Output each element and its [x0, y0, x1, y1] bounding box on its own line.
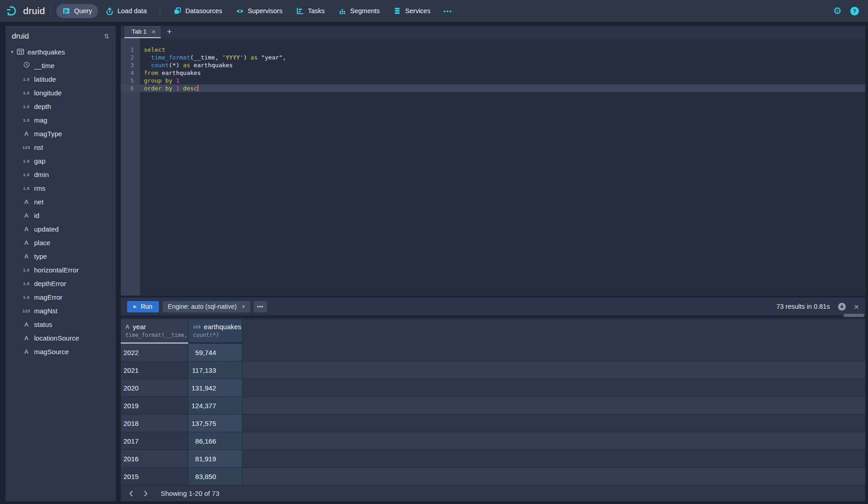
load-data-icon	[106, 7, 113, 15]
sidebar-column-magError[interactable]: 1.0magError	[5, 290, 116, 304]
tab-tab1[interactable]: Tab 1 ×	[124, 26, 161, 38]
sidebar-column-net[interactable]: Anet	[5, 195, 116, 208]
results-body: 202259,7442021117,1332020131,9422019124,…	[121, 344, 865, 485]
sidebar-column-locationSource[interactable]: AlocationSource	[5, 331, 116, 345]
play-icon: ▶	[133, 304, 137, 309]
row-filler	[242, 397, 865, 415]
pagination-label: Showing 1-20 of 73	[161, 489, 219, 497]
earthquakes-cell[interactable]: 137,575	[188, 415, 242, 432]
sidebar-column-gap[interactable]: 1.0gap	[5, 154, 116, 168]
sidebar-column-updated[interactable]: Aupdated	[5, 222, 116, 236]
code-line[interactable]: 6order by 1 desc	[121, 84, 865, 92]
float-type-icon-box: 1.0	[21, 295, 32, 300]
code-line[interactable]: 3 count(*) as earthquakes	[121, 61, 865, 69]
year-cell[interactable]: 2016	[121, 450, 188, 468]
sort-columns-icon[interactable]: ⇅	[104, 33, 109, 40]
year-cell[interactable]: 2015	[121, 468, 188, 485]
sidebar-column-id[interactable]: Aid	[5, 208, 116, 222]
nav-item-load-data[interactable]: Load data	[100, 4, 153, 18]
nav-item-datasources[interactable]: Datasources	[168, 4, 228, 18]
query-more-button[interactable]: •••	[254, 301, 267, 312]
help-icon[interactable]: ?	[850, 7, 859, 15]
column-header-name: Ayear	[125, 323, 183, 331]
next-page-button[interactable]	[140, 488, 152, 499]
nav-item-more[interactable]: •••	[438, 4, 458, 18]
float-type-icon: 1.0	[23, 295, 30, 300]
nav-item-supervisors[interactable]: Supervisors	[230, 4, 289, 18]
nav-item-label: Load data	[118, 7, 147, 15]
earthquakes-cell[interactable]: 83,850	[188, 468, 242, 485]
column-formula: time_format(__time, …	[125, 332, 183, 338]
nav-item-segments[interactable]: Segments	[332, 4, 385, 18]
sidebar-column-status[interactable]: Astatus	[5, 317, 116, 331]
tasks-icon	[296, 7, 304, 15]
sidebar-title: druid	[12, 32, 29, 41]
sidebar-column-horizontalError[interactable]: 1.0horizontalError	[5, 263, 116, 277]
nav-item-query[interactable]: Query	[56, 4, 98, 18]
year-cell[interactable]: 2021	[121, 361, 188, 379]
new-tab-button[interactable]: +	[161, 26, 178, 38]
sidebar-column-magSource[interactable]: AmagSource	[5, 345, 116, 358]
year-cell[interactable]: 2022	[121, 344, 188, 361]
prev-page-button[interactable]	[125, 488, 137, 499]
sidebar-column-type[interactable]: Atype	[5, 249, 116, 263]
long-type-icon: 123	[22, 308, 30, 313]
code-text: time_format(__time, 'YYYY') as "year",	[140, 54, 286, 61]
horizontal-scrollbar[interactable]	[843, 314, 864, 317]
earthquakes-cell[interactable]: 117,133	[188, 361, 242, 379]
sidebar-column-rms[interactable]: 1.0rms	[5, 181, 116, 195]
header-filler	[242, 319, 865, 344]
code-text: count(*) as earthquakes	[140, 61, 233, 69]
download-results-icon[interactable]	[838, 302, 846, 311]
nav-item-services[interactable]: Services	[388, 4, 437, 18]
sql-editor[interactable]: 1select2 time_format(__time, 'YYYY') as …	[121, 38, 865, 296]
close-tab-icon[interactable]: ×	[152, 28, 156, 35]
close-results-icon[interactable]: ×	[854, 302, 859, 311]
sidebar-column-depthError[interactable]: 1.0depthError	[5, 277, 116, 290]
column-name: magSource	[34, 348, 69, 356]
code-line[interactable]: 4from earthquakes	[121, 69, 865, 77]
earthquakes-cell[interactable]: 59,744	[188, 344, 242, 361]
earthquakes-cell[interactable]: 124,377	[188, 397, 242, 415]
sidebar-column-magNst[interactable]: 123magNst	[5, 304, 116, 317]
sidebar-column-magType[interactable]: AmagType	[5, 127, 116, 140]
sidebar-column-__time[interactable]: __time	[5, 59, 116, 72]
column-name: depth	[34, 103, 51, 110]
sidebar-column-mag[interactable]: 1.0mag	[5, 113, 116, 127]
druid-logo-icon	[6, 5, 19, 16]
column-name: locationSource	[34, 334, 79, 342]
year-cell[interactable]: 2020	[121, 379, 188, 397]
float-type-icon-box: 1.0	[21, 267, 32, 272]
column-header-earthquakes[interactable]: 123earthquakescount(*)	[188, 319, 242, 344]
year-cell[interactable]: 2019	[121, 397, 188, 415]
sidebar-item-earthquakes[interactable]: ▾earthquakes	[5, 45, 116, 59]
float-type-icon-box: 1.0	[21, 77, 32, 82]
sidebar-column-dmin[interactable]: 1.0dmin	[5, 168, 116, 181]
settings-gear-icon[interactable]: ⚙	[833, 6, 842, 16]
year-cell[interactable]: 2018	[121, 415, 188, 432]
year-cell[interactable]: 2017	[121, 432, 188, 450]
earthquakes-cell[interactable]: 81,919	[188, 450, 242, 468]
string-type-icon: A	[24, 239, 29, 246]
engine-select[interactable]: Engine: auto (sql-native) ▾	[163, 301, 250, 312]
more-icon: •••	[444, 7, 452, 15]
string-type-icon: A	[24, 321, 29, 328]
druid-logo[interactable]: druid	[6, 5, 45, 16]
sidebar-column-depth[interactable]: 1.0depth	[5, 99, 116, 113]
earthquakes-cell[interactable]: 131,942	[188, 379, 242, 397]
sidebar-column-nst[interactable]: 123nst	[5, 140, 116, 154]
run-button[interactable]: ▶ Run	[127, 301, 159, 312]
code-line[interactable]: 2 time_format(__time, 'YYYY') as "year",	[121, 54, 865, 61]
earthquakes-cell[interactable]: 86,166	[188, 432, 242, 450]
nav-item-tasks[interactable]: Tasks	[290, 4, 330, 18]
column-name: longitude	[34, 89, 62, 97]
float-type-icon: 1.0	[23, 267, 30, 272]
sidebar-column-latitude[interactable]: 1.0latitude	[5, 72, 116, 86]
sidebar-column-place[interactable]: Aplace	[5, 236, 116, 249]
float-type-icon-box: 1.0	[21, 90, 32, 95]
column-header-year[interactable]: Ayeartime_format(__time, …	[121, 319, 188, 344]
line-number: 5	[121, 77, 140, 84]
sidebar-column-longitude[interactable]: 1.0longitude	[5, 86, 116, 99]
code-line[interactable]: 5group by 1	[121, 77, 865, 84]
code-line[interactable]: 1select	[121, 46, 865, 54]
